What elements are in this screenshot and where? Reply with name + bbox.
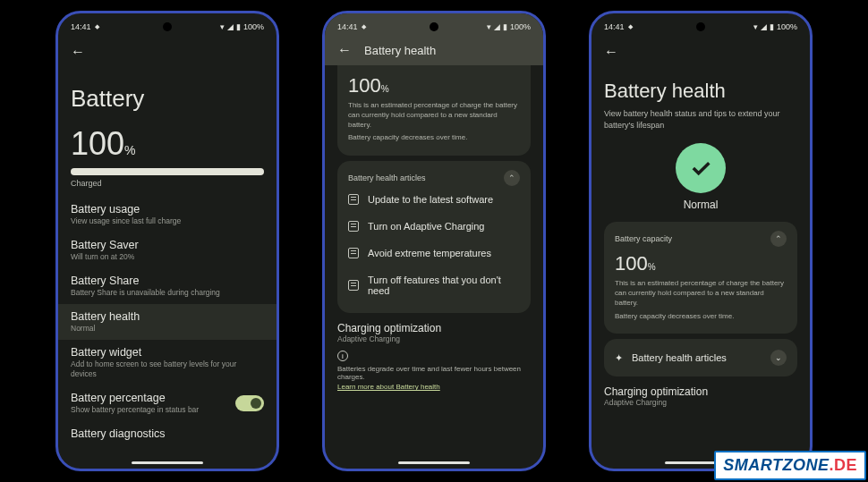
notification-icon: ◆ bbox=[628, 23, 633, 30]
capacity-percent: 100% bbox=[348, 74, 520, 97]
battery-widget-row[interactable]: Battery widget Add to home screen to see… bbox=[71, 340, 264, 385]
article-item[interactable]: Turn on Adaptive Charging bbox=[348, 213, 520, 240]
wifi-icon: ▾ bbox=[753, 22, 758, 31]
charged-label: Charged bbox=[71, 179, 264, 188]
charging-optimization-row[interactable]: Charging optimization bbox=[604, 385, 797, 398]
battery-text: 100% bbox=[510, 22, 531, 31]
back-arrow-icon[interactable]: ← bbox=[604, 44, 618, 60]
battery-progress-bar bbox=[71, 168, 264, 175]
phone-battery-main: 14:41 ◆ ▾ ◢ ▮ 100% ← Battery 100% Charge… bbox=[55, 11, 279, 471]
charging-optimization-row[interactable]: Charging optimization bbox=[337, 322, 531, 334]
battery-icon: ▮ bbox=[770, 22, 774, 31]
clock: 14:41 bbox=[604, 22, 625, 31]
page-subtitle: View battery health status and tips to e… bbox=[604, 108, 797, 131]
battery-share-row[interactable]: Battery Share Battery Share is unavailab… bbox=[71, 268, 264, 304]
notification-icon: ◆ bbox=[95, 23, 99, 30]
capacity-card: 100% This is an estimated percentage of … bbox=[337, 65, 531, 156]
clock: 14:41 bbox=[337, 22, 358, 31]
page-header: ← Battery health bbox=[325, 35, 543, 65]
article-item[interactable]: Update to the latest software bbox=[348, 186, 520, 213]
back-arrow-icon[interactable]: ← bbox=[71, 44, 85, 60]
phone-battery-health-articles: 14:41 ◆ ▾ ◢ ▮ 100% ← Battery health 100%… bbox=[322, 11, 546, 471]
status-check-icon bbox=[676, 143, 726, 193]
battery-icon: ▮ bbox=[503, 22, 507, 31]
wifi-icon: ▾ bbox=[487, 22, 491, 31]
wifi-icon: ▾ bbox=[220, 22, 225, 31]
battery-text: 100% bbox=[777, 22, 797, 31]
article-icon bbox=[348, 248, 359, 258]
battery-usage-row[interactable]: Battery usage View usage since last full… bbox=[71, 197, 264, 233]
page-title: Battery health bbox=[604, 80, 797, 103]
article-icon bbox=[348, 194, 359, 205]
signal-icon: ◢ bbox=[494, 22, 500, 31]
clock: 14:41 bbox=[71, 22, 91, 31]
collapse-button[interactable]: ⌃ bbox=[504, 170, 520, 186]
notification-icon: ◆ bbox=[362, 23, 366, 30]
battery-percent: 100% bbox=[71, 125, 264, 163]
watermark: SMARTZONE.DE bbox=[714, 451, 866, 480]
camera-cutout bbox=[163, 22, 172, 31]
article-icon bbox=[348, 280, 359, 291]
capacity-label: Battery capacity bbox=[615, 234, 672, 243]
battery-health-row[interactable]: Battery health Normal bbox=[58, 304, 277, 340]
page-title: Battery bbox=[71, 85, 264, 113]
articles-expand-row[interactable]: ✦ Battery health articles ⌄ bbox=[604, 339, 797, 376]
camera-cutout bbox=[430, 22, 438, 31]
article-item[interactable]: Avoid extreme temperatures bbox=[348, 240, 520, 266]
battery-saver-row[interactable]: Battery Saver Will turn on at 20% bbox=[71, 233, 264, 268]
info-icon: i bbox=[337, 351, 348, 361]
back-arrow-icon[interactable]: ← bbox=[337, 42, 352, 58]
battery-diagnostics-row[interactable]: Battery diagnostics bbox=[71, 421, 264, 446]
nav-bar[interactable] bbox=[398, 461, 470, 464]
capacity-card: Battery capacity ⌃ 100% This is an estim… bbox=[604, 222, 797, 334]
learn-more-link[interactable]: Learn more about Battery health bbox=[337, 383, 531, 391]
signal-icon: ◢ bbox=[227, 22, 234, 31]
battery-icon: ▮ bbox=[236, 22, 241, 31]
footer-text: Batteries degrade over time and last few… bbox=[337, 365, 531, 381]
articles-header: Battery health articles bbox=[348, 173, 426, 182]
collapse-button[interactable]: ⌃ bbox=[770, 231, 787, 247]
capacity-percent: 100% bbox=[615, 252, 787, 275]
page-title: Battery health bbox=[364, 44, 436, 57]
phone-battery-health-status: 14:41 ◆ ▾ ◢ ▮ 100% ← Battery health View… bbox=[589, 11, 813, 471]
battery-text: 100% bbox=[243, 22, 264, 31]
nav-bar[interactable] bbox=[132, 461, 203, 464]
camera-cutout bbox=[696, 22, 705, 31]
status-label: Normal bbox=[604, 199, 797, 211]
articles-card: Battery health articles ⌃ Update to the … bbox=[337, 161, 531, 313]
signal-icon: ◢ bbox=[761, 22, 767, 31]
sparkle-icon: ✦ bbox=[615, 352, 623, 364]
article-item[interactable]: Turn off features that you don't need bbox=[348, 266, 520, 304]
battery-percentage-row[interactable]: Battery percentage Show battery percenta… bbox=[71, 385, 264, 421]
expand-button[interactable]: ⌄ bbox=[770, 350, 787, 366]
article-icon bbox=[348, 221, 359, 232]
battery-percentage-toggle[interactable] bbox=[235, 395, 264, 411]
